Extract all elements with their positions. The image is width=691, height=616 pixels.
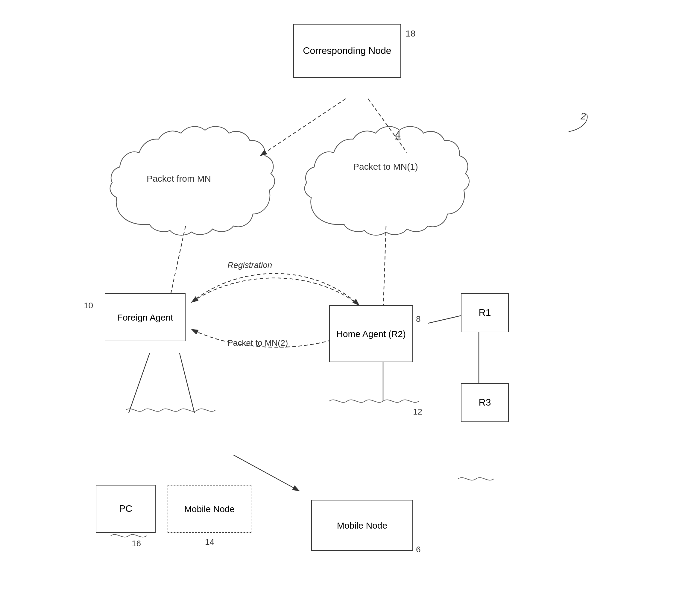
diagram-label-2: 2 <box>581 111 586 122</box>
svg-line-3 <box>368 99 407 153</box>
foreign-agent-box: Foreign Agent <box>105 293 185 341</box>
r1-box: R1 <box>461 293 509 332</box>
r3-box: R3 <box>461 383 509 422</box>
right-cloud-label: Packet to MN(1) <box>353 162 418 172</box>
svg-line-10 <box>180 353 195 413</box>
registration-label: Registration <box>227 260 272 270</box>
network-label-4: 4 <box>395 129 401 140</box>
corresponding-node-box: Corresponding Node <box>293 24 401 78</box>
svg-line-2 <box>260 99 346 156</box>
diagram-container: Corresponding Node 18 4 Packet from MN P… <box>0 0 691 616</box>
label-16: 16 <box>132 539 141 548</box>
svg-line-5 <box>383 226 386 314</box>
mobile-node-home-box: Mobile Node <box>311 500 413 551</box>
label-8: 8 <box>416 314 421 324</box>
svg-line-9 <box>129 353 150 413</box>
label-12: 12 <box>413 407 422 417</box>
packet-to-mn2-label: Packet to MN(2) <box>227 338 288 348</box>
label-14: 14 <box>205 537 214 547</box>
left-cloud-label: Packet from MN <box>147 174 211 184</box>
label-18: 18 <box>405 28 415 39</box>
label-10: 10 <box>84 301 93 310</box>
home-agent-box: Home Agent (R2) <box>329 305 413 362</box>
label-6: 6 <box>416 545 421 554</box>
right-cloud <box>305 127 469 235</box>
pc-box: PC <box>96 485 156 533</box>
mobile-node-visiting-box: Mobile Node <box>168 485 251 533</box>
